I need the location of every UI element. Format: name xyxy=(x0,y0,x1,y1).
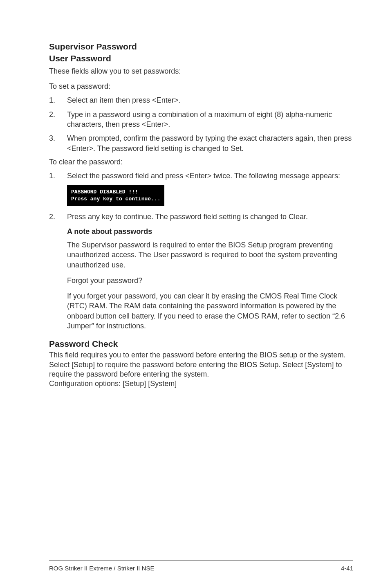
footer-page-number: 4-41 xyxy=(341,565,353,572)
step-number: 1. xyxy=(49,95,56,105)
note-paragraph: The Supervisor password is required to e… xyxy=(67,240,353,270)
code-box-wrap: PASSWORD DISABLED !!! Press any key to c… xyxy=(67,185,353,206)
step-text: Press any key to continue. The password … xyxy=(67,212,308,222)
page-footer: ROG Striker II Extreme / Striker II NSE … xyxy=(49,560,353,572)
heading-supervisor-password: Supervisor Password xyxy=(49,41,353,52)
set-password-steps: 1. Select an item then press <Enter>. 2.… xyxy=(49,95,353,153)
list-item: 1. Select an item then press <Enter>. xyxy=(49,95,353,105)
list-item: 2. Type in a password using a combinatio… xyxy=(49,110,353,130)
note-paragraph: Forgot your password? xyxy=(67,276,353,285)
step-text: Type in a password using a combination o… xyxy=(67,110,353,130)
heading-user-password: User Password xyxy=(49,53,353,64)
step-number: 2. xyxy=(49,110,56,130)
password-check-body: This field requires you to enter the pas… xyxy=(49,350,353,389)
step-text: When prompted, confirm the password by t… xyxy=(67,133,353,153)
password-disabled-message: PASSWORD DISABLED !!! Press any key to c… xyxy=(67,185,164,206)
to-set-text: To set a password: xyxy=(49,82,353,91)
step-number: 1. xyxy=(49,171,56,181)
note-paragraph: If you forget your password, you can cle… xyxy=(67,291,353,331)
step-number: 3. xyxy=(49,133,56,153)
clear-password-step2: 2. Press any key to continue. The passwo… xyxy=(49,212,353,222)
list-item: 1. Select the password field and press <… xyxy=(49,171,353,181)
note-block: A note about passwords The Supervisor pa… xyxy=(67,227,353,331)
step-text: Select the password field and press <Ent… xyxy=(67,171,340,181)
footer-product-name: ROG Striker II Extreme / Striker II NSE xyxy=(49,565,155,572)
note-heading: A note about passwords xyxy=(67,227,353,236)
intro-text: These fields allow you to set passwords: xyxy=(49,67,353,76)
step-text: Select an item then press <Enter>. xyxy=(67,95,180,105)
list-item: 3. When prompted, confirm the password b… xyxy=(49,133,353,153)
to-clear-text: To clear the password: xyxy=(49,157,353,167)
list-item: 2. Press any key to continue. The passwo… xyxy=(49,212,353,222)
clear-password-step1: 1. Select the password field and press <… xyxy=(49,171,353,181)
step-number: 2. xyxy=(49,212,56,222)
heading-password-check: Password Check xyxy=(49,339,353,349)
